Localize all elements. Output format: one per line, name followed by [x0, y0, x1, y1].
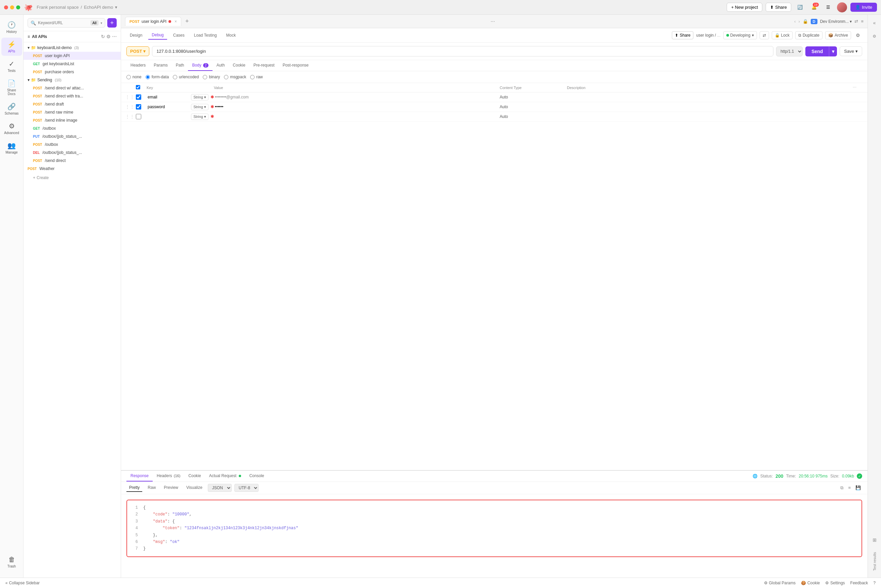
- send-button[interactable]: Send ▾: [805, 46, 837, 57]
- resp-view-raw[interactable]: Raw: [145, 484, 158, 492]
- right-panel-collapse[interactable]: «: [869, 18, 880, 28]
- close-button[interactable]: [4, 5, 8, 9]
- drag-handle[interactable]: ⋮⋮: [125, 94, 136, 100]
- value-input[interactable]: [214, 113, 500, 120]
- req-tab-pre-request[interactable]: Pre-request: [250, 60, 279, 71]
- resp-view-preview[interactable]: Preview: [161, 484, 181, 492]
- api-outbox-post[interactable]: POST /outbox: [24, 141, 121, 148]
- toolbar-tab-debug[interactable]: Debug: [148, 31, 167, 40]
- sidebar-item-share-docs[interactable]: 📄 Share Docs: [2, 76, 22, 99]
- api-user-login[interactable]: POST user login API: [24, 52, 121, 60]
- resp-tab-headers[interactable]: Headers (16): [153, 471, 184, 482]
- duplicate-button[interactable]: ⧉ Duplicate: [795, 31, 822, 39]
- settings-tree-icon[interactable]: ⚙: [106, 34, 111, 39]
- layout-icon[interactable]: ⇄: [854, 19, 858, 24]
- add-tab-button[interactable]: +: [183, 18, 192, 25]
- key-input[interactable]: [147, 104, 189, 110]
- nav-back-icon[interactable]: ‹: [794, 19, 795, 24]
- body-option-urlencoded[interactable]: urlencoded: [173, 75, 199, 79]
- req-tab-headers[interactable]: Headers: [126, 60, 150, 71]
- drag-handle[interactable]: ⋮⋮: [125, 114, 136, 119]
- invite-button[interactable]: 👤 Invite: [850, 3, 877, 12]
- toolbar-tab-mock[interactable]: Mock: [223, 31, 239, 39]
- body-option-binary[interactable]: binary: [203, 75, 220, 79]
- protocol-select[interactable]: http/1.1: [776, 46, 803, 57]
- sidebar-item-apis[interactable]: ⚡ APIs: [2, 38, 22, 56]
- tab-close-icon[interactable]: ×: [174, 19, 177, 24]
- env-name[interactable]: Dev Environm... ▾: [820, 19, 852, 24]
- format-select[interactable]: JSON: [208, 484, 232, 492]
- api-send-raw-mime[interactable]: POST /send raw mime: [24, 108, 121, 116]
- body-option-form-data[interactable]: form-data: [146, 75, 169, 79]
- api-outbox-put[interactable]: PUT /outbox/{job_status_...: [24, 132, 121, 141]
- description-input[interactable]: [567, 94, 853, 100]
- maximize-button[interactable]: [16, 5, 20, 9]
- feedback-button[interactable]: Feedback: [850, 580, 868, 585]
- req-tab-params[interactable]: Params: [150, 60, 171, 71]
- req-tab-post-response[interactable]: Post-response: [278, 60, 313, 71]
- key-input[interactable]: [147, 113, 189, 120]
- settings-button[interactable]: ⚙ Settings: [825, 580, 845, 585]
- collapse-sidebar-button[interactable]: « Collapse Sidebar: [5, 580, 40, 585]
- switch-layout-button[interactable]: ⇄: [759, 31, 769, 39]
- lock-api-icon[interactable]: 🔒: [803, 19, 808, 24]
- value-input[interactable]: [214, 104, 500, 110]
- add-api-button[interactable]: +: [107, 18, 117, 27]
- save-response-button[interactable]: 💾: [854, 484, 862, 492]
- req-tab-path[interactable]: Path: [172, 60, 188, 71]
- sidebar-item-tests[interactable]: ✓ Tests: [2, 57, 22, 75]
- resp-view-pretty[interactable]: Pretty: [126, 484, 142, 492]
- toolbar-tab-load-testing[interactable]: Load Testing: [191, 31, 220, 39]
- lock-button[interactable]: 🔒 Lock: [772, 31, 792, 39]
- share-api-button[interactable]: ⬆ Share: [672, 31, 693, 39]
- api-purchase-orders[interactable]: POST purchase orders: [24, 68, 121, 76]
- type-select[interactable]: String ▾: [191, 104, 209, 110]
- type-select[interactable]: String ▾: [191, 114, 209, 120]
- more-tree-icon[interactable]: ⋯: [112, 34, 117, 39]
- sidebar-item-advanced[interactable]: ⚙ Advanced: [2, 119, 22, 137]
- archive-button[interactable]: 📦 Archive: [825, 31, 851, 39]
- description-input[interactable]: [567, 113, 853, 120]
- req-tab-cookie[interactable]: Cookie: [229, 60, 249, 71]
- create-row[interactable]: + Create: [24, 173, 121, 183]
- tab-more-icon[interactable]: ⋯: [491, 19, 495, 24]
- new-project-button[interactable]: + New project: [727, 3, 762, 12]
- search-input[interactable]: [38, 21, 89, 25]
- global-params-button[interactable]: ⚙ Global Params: [764, 580, 795, 585]
- menu-icon[interactable]: ≡: [861, 19, 863, 24]
- filter-chevron[interactable]: ▾: [101, 21, 102, 25]
- api-send-inline-image[interactable]: POST /send inline image: [24, 116, 121, 124]
- method-select[interactable]: POST ▾: [126, 46, 149, 56]
- select-all-checkbox[interactable]: [136, 85, 140, 89]
- nav-forward-icon[interactable]: ›: [798, 19, 800, 24]
- resp-tab-actual-request[interactable]: Actual Request: [205, 471, 245, 482]
- api-send-draft[interactable]: POST /send draft: [24, 100, 121, 108]
- test-results-label[interactable]: Test results: [873, 548, 876, 575]
- value-input[interactable]: [214, 94, 500, 100]
- row-checkbox[interactable]: [136, 94, 141, 100]
- row-checkbox[interactable]: [136, 104, 141, 110]
- folder-keyboardlist-demo[interactable]: ▾ 📁 keyboardList-demo (3): [24, 44, 121, 52]
- type-select[interactable]: String ▾: [191, 94, 209, 100]
- description-input[interactable]: [567, 104, 853, 110]
- cookie-button[interactable]: 🍪 Cookie: [801, 580, 820, 585]
- api-weather[interactable]: POST Weather: [24, 165, 121, 173]
- body-option-msgpack[interactable]: msgpack: [224, 75, 246, 79]
- resp-tab-response[interactable]: Response: [126, 471, 153, 482]
- help-button[interactable]: ?: [873, 580, 876, 585]
- api-send-direct-attach[interactable]: POST /send direct w/ attac...: [24, 84, 121, 92]
- url-input[interactable]: [152, 46, 773, 57]
- req-tab-body[interactable]: Body 2: [188, 60, 212, 71]
- api-outbox-get[interactable]: GET /outbox: [24, 124, 121, 132]
- refresh-button[interactable]: 🔄: [795, 2, 805, 13]
- filter-badge[interactable]: All: [90, 20, 99, 26]
- refresh-tree-icon[interactable]: ↻: [101, 34, 105, 39]
- body-option-none[interactable]: none: [126, 75, 141, 79]
- api-outbox-del[interactable]: DEL /outbox/{job_status_...: [24, 148, 121, 157]
- api-send-direct-tra[interactable]: POST /send direct with tra...: [24, 92, 121, 100]
- row-checkbox[interactable]: [136, 114, 141, 119]
- avatar[interactable]: [837, 2, 847, 12]
- body-option-raw[interactable]: raw: [250, 75, 263, 79]
- sidebar-item-schemas[interactable]: 🔗 Schemas: [2, 100, 22, 118]
- key-input[interactable]: [147, 94, 189, 100]
